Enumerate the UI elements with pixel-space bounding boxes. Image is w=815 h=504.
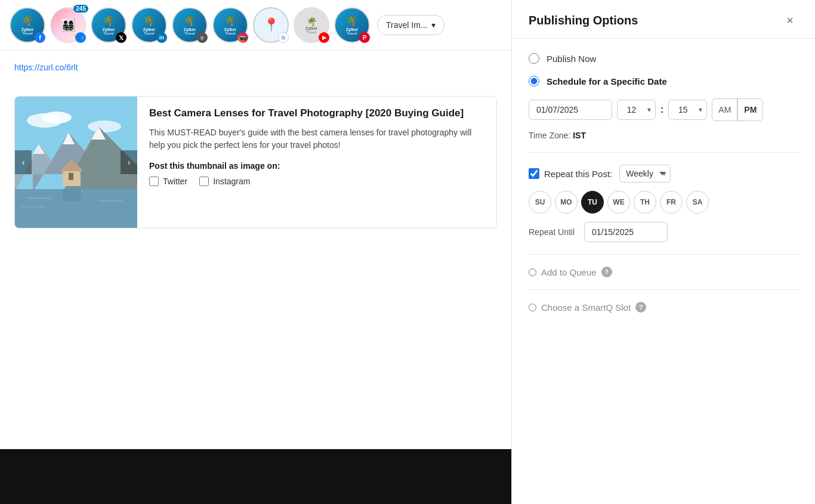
profiles-bar: 🌴 Zylker Travel f 👨‍👩‍👧‍👦 245 👥 🌴 Zylker <box>0 0 511 51</box>
smartq-option: Choose a SmartQ Slot ? <box>529 302 798 313</box>
instagram-checkbox-label[interactable]: Instagram <box>199 177 250 186</box>
add-to-queue-help-icon[interactable]: ? <box>601 267 612 277</box>
twitter-checkbox[interactable] <box>149 177 159 186</box>
pm-button[interactable]: PM <box>738 100 762 119</box>
timezone-value: IST <box>573 131 586 140</box>
panel-title: Publishing Options <box>529 14 638 27</box>
add-to-queue-radio[interactable] <box>529 268 536 276</box>
svg-point-2 <box>42 112 72 123</box>
schedule-date-label: Schedule for a Specific Date <box>547 76 667 86</box>
minute-select[interactable]: 15 00 30 45 <box>668 100 707 120</box>
minute-select-wrapper: 15 00 30 45 <box>668 100 707 120</box>
thumbnail-options: Twitter Instagram <box>149 177 484 186</box>
facebook-icon: f <box>35 32 45 43</box>
close-button[interactable]: × <box>782 12 798 29</box>
linkedin-platform-icon: in <box>156 32 167 43</box>
divider-2 <box>529 254 798 255</box>
frequency-select-wrapper: Weekly Daily Monthly <box>619 165 671 183</box>
hour-select[interactable]: 12 1 2 <box>617 100 656 120</box>
chevron-down-icon: ▾ <box>431 20 436 30</box>
svg-rect-13 <box>69 173 73 180</box>
profile-zylker-gmb[interactable]: 🌴 Zylker Travel ≡ <box>172 7 208 43</box>
schedule-date-radio[interactable] <box>529 76 539 86</box>
prev-image-button[interactable]: ‹ <box>15 150 32 174</box>
day-th[interactable]: TH <box>634 191 656 214</box>
bottom-bar <box>0 449 511 504</box>
ampm-toggle[interactable]: AM PM <box>712 98 763 121</box>
panel-body: Publish Now Schedule for a Specific Date… <box>512 39 815 327</box>
day-we[interactable]: WE <box>607 191 630 214</box>
next-image-button[interactable]: › <box>121 150 137 174</box>
publish-now-label: Publish Now <box>547 54 596 64</box>
datetime-row: 12 1 2 : 15 00 30 45 AM <box>529 98 798 121</box>
divider-1 <box>529 152 798 153</box>
day-sa[interactable]: SA <box>686 191 709 214</box>
url-area: https://zurl.co/6rlt <box>0 51 511 84</box>
article-content: Best Camera Lenses for Travel Photograph… <box>137 97 496 228</box>
smartq-radio[interactable] <box>529 304 536 311</box>
svg-rect-14 <box>63 189 81 201</box>
article-image-container: ‹ › <box>15 97 137 228</box>
divider-3 <box>529 289 798 290</box>
time-colon: : <box>660 104 663 115</box>
right-panel: Publishing Options × Publish Now Schedul… <box>512 0 815 504</box>
repeat-until-label: Repeat Until <box>529 227 575 237</box>
profile-zylker-group[interactable]: 👨‍👩‍👧‍👦 245 👥 <box>50 7 86 43</box>
content-area: ‹ › Best Camera Lenses for Travel Photog… <box>0 84 511 449</box>
profile-zylker-fb[interactable]: 🌴 Zylker Travel f <box>10 7 45 43</box>
publish-now-option[interactable]: Publish Now <box>529 53 798 64</box>
repeat-section: Repeat this Post: Weekly Daily Monthly S… <box>529 165 798 242</box>
instagram-checkbox[interactable] <box>199 177 209 186</box>
group-badge: 245 <box>73 5 88 13</box>
profile-dropdown[interactable]: Travel Im... ▾ <box>377 15 444 35</box>
add-to-queue-option: Add to Queue ? <box>529 267 798 277</box>
repeat-row: Repeat this Post: Weekly Daily Monthly <box>529 165 798 183</box>
frequency-select[interactable]: Weekly Daily Monthly <box>619 165 671 183</box>
group-platform-icon: 👥 <box>75 32 86 43</box>
day-su[interactable]: SU <box>529 191 551 214</box>
instagram-label: Instagram <box>213 177 250 186</box>
timezone-row: Time Zone: IST <box>529 131 798 140</box>
profile-zylker-ig[interactable]: 🌴 Zylker Travel 📷 <box>212 7 248 43</box>
repeat-label: Repeat this Post: <box>544 169 612 179</box>
day-tu[interactable]: TU <box>581 191 604 214</box>
repeat-checkbox[interactable] <box>529 168 539 179</box>
repeat-checkbox-container: Repeat this Post: <box>529 168 612 179</box>
schedule-section: 12 1 2 : 15 00 30 45 AM <box>529 98 798 140</box>
profile-zylker-x[interactable]: 🌴 Zylker Travel 𝕏 <box>91 7 126 43</box>
smartq-label: Choose a SmartQ Slot <box>541 302 631 313</box>
profile-zylker-yt[interactable]: 🌴 Zylker Travel ▶ <box>294 7 329 43</box>
days-row: SU MO TU WE TH FR SA <box>529 191 798 214</box>
am-button[interactable]: AM <box>712 100 737 119</box>
add-to-queue-label: Add to Queue <box>541 267 597 277</box>
google-platform-icon: G <box>278 32 289 43</box>
profile-zylker-li[interactable]: 🌴 Zylker Travel in <box>131 7 167 43</box>
article-thumbnail-image <box>15 97 137 228</box>
twitter-label: Twitter <box>163 177 187 186</box>
profile-zylker-pin[interactable]: 🌴 Zylker Travel P <box>334 7 370 43</box>
day-fr[interactable]: FR <box>660 191 683 214</box>
article-title: Best Camera Lenses for Travel Photograph… <box>149 106 484 120</box>
day-mo[interactable]: MO <box>555 191 578 214</box>
youtube-platform-icon: ▶ <box>319 32 329 43</box>
pinterest-platform-icon: P <box>359 32 370 43</box>
timezone-label: Time Zone: <box>529 131 570 140</box>
thumbnail-label: Post this thumbnail as image on: <box>149 161 484 171</box>
smartq-help-icon[interactable]: ? <box>635 302 646 313</box>
profile-location[interactable]: 📍 G <box>253 7 289 43</box>
svg-point-3 <box>88 120 121 132</box>
hour-select-wrapper: 12 1 2 <box>617 100 656 120</box>
url-text: https://zurl.co/6rlt <box>14 63 78 72</box>
schedule-date-option[interactable]: Schedule for a Specific Date <box>529 76 798 86</box>
article-description: This MUST-READ buyer's guide with the be… <box>149 126 484 151</box>
dropdown-label: Travel Im... <box>386 20 428 30</box>
left-panel: 🌴 Zylker Travel f 👨‍👩‍👧‍👦 245 👥 🌴 Zylker <box>0 0 512 504</box>
publish-now-radio[interactable] <box>529 53 539 64</box>
date-input[interactable] <box>529 100 612 120</box>
twitter-checkbox-label[interactable]: Twitter <box>149 177 187 186</box>
instagram-platform-icon: 📷 <box>237 32 248 43</box>
article-card: ‹ › Best Camera Lenses for Travel Photog… <box>14 96 497 228</box>
panel-header: Publishing Options × <box>512 0 815 39</box>
repeat-until-input[interactable] <box>584 222 668 242</box>
gmb-platform-icon: ≡ <box>197 32 208 43</box>
